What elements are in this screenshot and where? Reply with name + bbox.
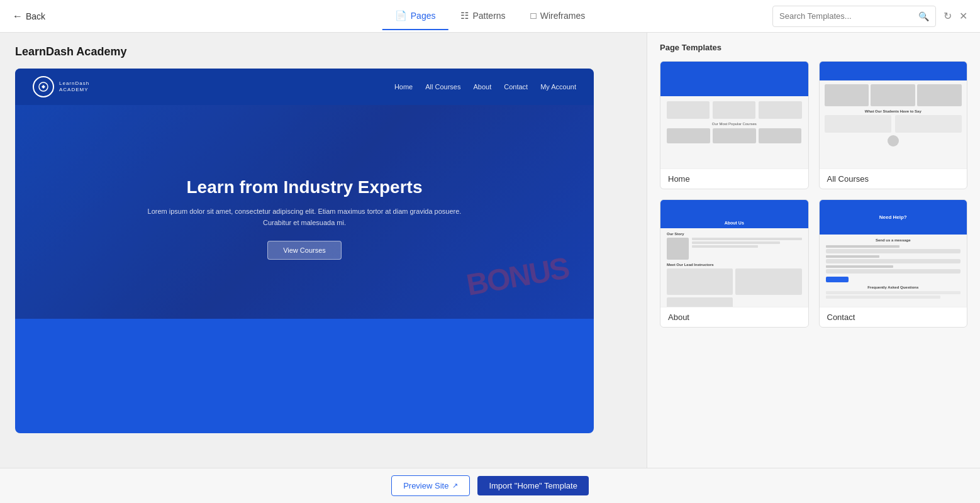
nav-courses: All Courses bbox=[425, 83, 460, 91]
external-link-icon: ↗ bbox=[452, 482, 458, 490]
logo-icon bbox=[38, 81, 49, 92]
refresh-button[interactable]: ↻ bbox=[944, 10, 952, 22]
tab-wireframes[interactable]: □ Wireframes bbox=[518, 3, 598, 30]
template-card-contact[interactable]: Need Help? Send us a message bbox=[819, 199, 968, 328]
page-templates-title: Page Templates bbox=[660, 43, 967, 52]
search-icon[interactable]: 🔍 bbox=[918, 11, 929, 21]
template-card-home[interactable]: Our Most Popular Courses Home bbox=[660, 61, 809, 189]
tab-patterns-label: Patterns bbox=[472, 11, 505, 21]
template-thumb-all-courses: What Our Students Have to Say bbox=[820, 62, 967, 169]
back-arrow-icon: ← bbox=[13, 11, 23, 22]
nav-about: About bbox=[473, 83, 491, 91]
preview-logo-circle bbox=[33, 76, 54, 97]
about-thumb-inner: About Us Our Story bbox=[660, 200, 808, 307]
search-box: 🔍 bbox=[772, 6, 936, 27]
close-button[interactable]: ✕ bbox=[959, 10, 967, 22]
site-title: LearnDash Academy bbox=[15, 45, 632, 58]
template-label-contact: Contact bbox=[820, 307, 967, 327]
preview-nav-links: Home All Courses About Contact My Accoun… bbox=[394, 83, 576, 91]
tab-pages[interactable]: 📄 Pages bbox=[382, 3, 448, 30]
preview-hero-content: Learn from Industry Experts Lorem ipsum … bbox=[147, 177, 462, 260]
template-card-about[interactable]: About Us Our Story bbox=[660, 199, 809, 328]
tab-pages-label: Pages bbox=[411, 11, 436, 21]
watermark: BONUS bbox=[464, 250, 571, 302]
pages-icon: 📄 bbox=[395, 10, 407, 21]
footer: Preview Site ↗ Import "Home" Template bbox=[0, 468, 980, 503]
preview-hero: Learn from Industry Experts Lorem ipsum … bbox=[15, 105, 594, 319]
contact-thumb-inner: Need Help? Send us a message bbox=[820, 200, 967, 307]
header-right: 🔍 ↻ ✕ bbox=[772, 6, 967, 27]
nav-myaccount: My Account bbox=[540, 83, 576, 91]
template-thumb-contact: Need Help? Send us a message bbox=[820, 200, 967, 307]
back-button[interactable]: ← Back bbox=[13, 11, 45, 22]
main-content: LearnDash Academy LearnDash ACADEMY bbox=[0, 33, 980, 468]
search-input[interactable] bbox=[779, 11, 918, 21]
preview-logo-text: LearnDash ACADEMY bbox=[59, 80, 89, 92]
templates-grid: Our Most Popular Courses Home bbox=[660, 61, 967, 328]
left-panel: LearnDash Academy LearnDash ACADEMY bbox=[0, 33, 647, 468]
preview-logo: LearnDash ACADEMY bbox=[33, 76, 89, 97]
template-label-all-courses: All Courses bbox=[820, 169, 967, 189]
nav-contact: Contact bbox=[504, 83, 528, 91]
preview-hero-button[interactable]: View Courses bbox=[267, 241, 342, 260]
preview-nav: LearnDash ACADEMY Home All Courses About… bbox=[15, 69, 594, 105]
right-panel: Page Templates Our Most Popular Course bbox=[647, 33, 980, 468]
preview-site-button[interactable]: Preview Site ↗ bbox=[391, 475, 470, 496]
template-thumb-home: Our Most Popular Courses bbox=[660, 62, 808, 169]
wireframes-icon: □ bbox=[531, 10, 537, 21]
back-label: Back bbox=[26, 11, 45, 21]
header: ← Back 📄 Pages ☷ Patterns □ Wireframes 🔍… bbox=[0, 0, 980, 33]
preview-hero-subtitle: Lorem ipsum dolor sit amet, consectetur … bbox=[147, 206, 462, 228]
import-template-button[interactable]: Import "Home" Template bbox=[477, 476, 589, 495]
template-label-about: About bbox=[660, 307, 808, 327]
tab-patterns[interactable]: ☷ Patterns bbox=[448, 3, 518, 30]
template-label-home: Home bbox=[660, 169, 808, 189]
nav-home: Home bbox=[394, 83, 413, 91]
patterns-icon: ☷ bbox=[460, 10, 469, 21]
preview-site-label: Preview Site bbox=[403, 481, 448, 490]
tab-wireframes-label: Wireframes bbox=[540, 11, 586, 21]
template-thumb-about: About Us Our Story bbox=[660, 200, 808, 307]
preview-hero-title: Learn from Industry Experts bbox=[147, 177, 462, 198]
home-thumb-body: Our Most Popular Courses bbox=[660, 96, 808, 148]
home-thumb-header bbox=[660, 62, 808, 96]
template-card-all-courses[interactable]: What Our Students Have to Say All Course… bbox=[819, 61, 968, 189]
home-thumb-inner: Our Most Popular Courses bbox=[660, 62, 808, 169]
site-preview: LearnDash ACADEMY Home All Courses About… bbox=[15, 69, 594, 433]
nav-tabs: 📄 Pages ☷ Patterns □ Wireframes bbox=[382, 3, 598, 30]
courses-thumb-inner: What Our Students Have to Say bbox=[820, 62, 967, 169]
